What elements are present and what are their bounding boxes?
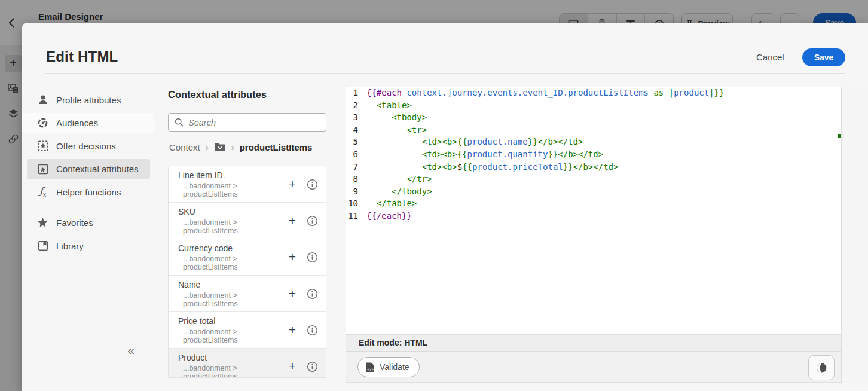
folder-icon[interactable]	[214, 142, 226, 152]
cancel-button[interactable]: Cancel	[756, 52, 784, 62]
attribute-row-currency-code: Currency code...bandonment > productList…	[169, 239, 326, 276]
code-line-10[interactable]: 10 </table>	[346, 197, 841, 210]
theme-toggle-button[interactable]	[808, 355, 835, 380]
nav-item-contextual-attributes[interactable]: Contextual attributes	[27, 159, 150, 179]
attributes-panel: Contextual attributes Context › › produc…	[157, 74, 337, 391]
attribute-row-line-item-id: Line item ID....bandonment > productList…	[169, 166, 326, 203]
contrast-icon	[815, 361, 829, 375]
collapse-panel-button[interactable]: «	[127, 343, 133, 358]
validate-button[interactable]: </> Validate	[357, 357, 420, 377]
code-line-6[interactable]: 6 <td><b>{{product.quantity}}</b></td>	[346, 148, 841, 161]
edit-mode-statusbar: Edit mode: HTML	[346, 334, 841, 351]
nav-section-divider	[32, 207, 148, 207]
add-attribute-button[interactable]: +	[285, 250, 300, 264]
attribute-row-price-total: Price total...bandonment > productListIt…	[169, 312, 326, 349]
attribute-title: SKU	[178, 207, 285, 216]
line-number-gutter	[346, 87, 363, 334]
add-attribute-button[interactable]: +	[285, 213, 300, 228]
nav-item-label: Library	[56, 241, 84, 251]
nav-item-label: Contextual attributes	[56, 164, 139, 174]
text-cursor	[412, 211, 412, 220]
chevron-right-icon: ›	[206, 142, 209, 152]
info-icon[interactable]	[305, 325, 319, 336]
breadcrumb-root[interactable]: Context	[169, 142, 200, 152]
add-attribute-button[interactable]: +	[285, 359, 300, 374]
nav-item-profile-attributes[interactable]: Profile attributes	[27, 90, 150, 110]
attribute-path: ...bandonment > productListItems	[178, 182, 285, 198]
attribute-title: Name	[178, 280, 285, 289]
attribute-title: Currency code	[178, 243, 285, 253]
attribute-path: ...bandonment > productListItems	[178, 328, 285, 344]
panel-title: Contextual attributes	[168, 89, 267, 100]
attribute-title: Line item ID.	[178, 170, 285, 180]
code-line-5[interactable]: 5 <td><b>{{product.name}}</b></td>	[346, 136, 841, 148]
attribute-row-product: Product...bandonment > productListItems+	[169, 349, 326, 378]
info-icon[interactable]	[305, 215, 319, 227]
search-box	[168, 113, 326, 132]
info-icon[interactable]	[305, 252, 319, 263]
nav-item-label: Helper functions	[56, 187, 121, 197]
search-input[interactable]	[188, 118, 320, 127]
attribute-title: Price total	[178, 316, 285, 326]
code-line-3[interactable]: 3 <tbody>	[346, 111, 841, 124]
nav-item-audiences[interactable]: Audiences	[22, 113, 154, 133]
person-icon	[37, 94, 48, 106]
info-icon[interactable]	[305, 179, 319, 190]
code-line-4[interactable]: 4 <tr>	[346, 124, 841, 136]
svg-text:</>: </>	[367, 366, 374, 371]
editor-right-strip	[841, 87, 868, 383]
nav-item-label: Audiences	[56, 118, 98, 128]
audiences-icon	[37, 117, 48, 129]
code-line-7[interactable]: 7 <td><b>${{product.priceTotal}}</b></td…	[346, 161, 841, 173]
code-line-1[interactable]: 1{{#each context.journey.events.event_ID…	[346, 87, 841, 99]
html-code-editor[interactable]: 1{{#each context.journey.events.event_ID…	[346, 87, 841, 334]
chevron-right-icon: ›	[231, 142, 234, 152]
code-line-2[interactable]: 2 <table>	[346, 99, 841, 112]
attribute-title: Product	[178, 353, 285, 362]
modal-left-nav: Profile attributesAudiencesOffer decisio…	[22, 74, 157, 391]
info-icon[interactable]	[305, 361, 319, 372]
attribute-list: Line item ID....bandonment > productList…	[168, 166, 326, 378]
save-button[interactable]: Save	[802, 48, 845, 66]
contextual-icon	[37, 163, 48, 175]
breadcrumb-leaf: productListItems	[240, 142, 313, 152]
code-line-8[interactable]: 8 </tr>	[346, 173, 841, 185]
code-line-11[interactable]: 11{{/each}}	[346, 210, 841, 222]
nav-item-offer-decisions[interactable]: Offer decisions	[27, 136, 150, 156]
attribute-path: ...bandonment > productListItems	[178, 291, 285, 308]
annotation-tick	[838, 134, 841, 138]
library-icon	[37, 240, 48, 252]
breadcrumb: Context › › productListItems	[169, 140, 312, 154]
editor-footer: </> Validate	[346, 351, 841, 383]
attribute-row-sku: SKU...bandonment > productListItems+	[169, 203, 326, 239]
edit-html-modal: Edit HTML Cancel Save Profile attributes…	[22, 23, 868, 391]
code-line-9[interactable]: 9 </tbody>	[346, 185, 841, 198]
attribute-row-name: Name...bandonment > productListItems+	[169, 276, 326, 312]
search-icon	[175, 118, 184, 127]
nav-item-label: Profile attributes	[56, 95, 121, 105]
add-attribute-button[interactable]: +	[285, 177, 300, 191]
nav-item-library[interactable]: Library	[27, 236, 150, 256]
star-icon	[37, 217, 48, 228]
nav-item-helper-functions[interactable]: ƒxHelper functions	[27, 182, 150, 202]
attribute-path: ...bandonment > productListItems	[178, 364, 285, 378]
fx-icon: ƒx	[37, 187, 48, 198]
info-icon[interactable]	[305, 288, 319, 300]
nav-item-favorites[interactable]: Favorites	[27, 213, 150, 233]
nav-item-label: Favorites	[56, 218, 93, 228]
nav-item-label: Offer decisions	[56, 141, 116, 151]
attribute-path: ...bandonment > productListItems	[178, 255, 285, 271]
attribute-path: ...bandonment > productListItems	[178, 218, 285, 235]
modal-title: Edit HTML	[46, 48, 118, 65]
offer-icon	[37, 140, 48, 152]
validate-code-icon: </>	[365, 362, 374, 372]
add-attribute-button[interactable]: +	[285, 323, 300, 337]
add-attribute-button[interactable]: +	[285, 286, 300, 301]
